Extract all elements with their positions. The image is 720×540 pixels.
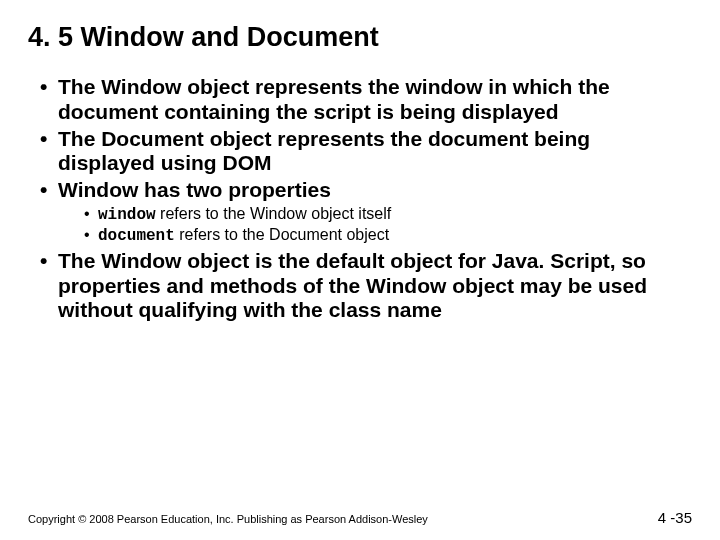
copyright-text: Copyright © 2008 Pearson Education, Inc.… bbox=[28, 513, 428, 525]
bullet-item: The Document object represents the docum… bbox=[40, 127, 692, 177]
bullet-text: Window has two properties bbox=[58, 178, 331, 201]
sub-bullet-list: window refers to the Window object itsel… bbox=[58, 204, 692, 247]
page-number: 4 -35 bbox=[658, 509, 692, 526]
sub-bullet-text: refers to the Window object itself bbox=[156, 205, 392, 222]
code-text: document bbox=[98, 227, 175, 245]
sub-bullet-text: refers to the Document object bbox=[175, 226, 389, 243]
sub-bullet-item: document refers to the Document object bbox=[84, 225, 692, 246]
bullet-item: The Window object is the default object … bbox=[40, 249, 692, 323]
bullet-item: The Window object represents the window … bbox=[40, 75, 692, 125]
slide-footer: Copyright © 2008 Pearson Education, Inc.… bbox=[28, 509, 692, 526]
sub-bullet-item: window refers to the Window object itsel… bbox=[84, 204, 692, 225]
code-text: window bbox=[98, 206, 156, 224]
bullet-item: Window has two properties window refers … bbox=[40, 178, 692, 247]
slide-title: 4. 5 Window and Document bbox=[28, 22, 692, 53]
main-bullet-list: The Window object represents the window … bbox=[28, 75, 692, 323]
